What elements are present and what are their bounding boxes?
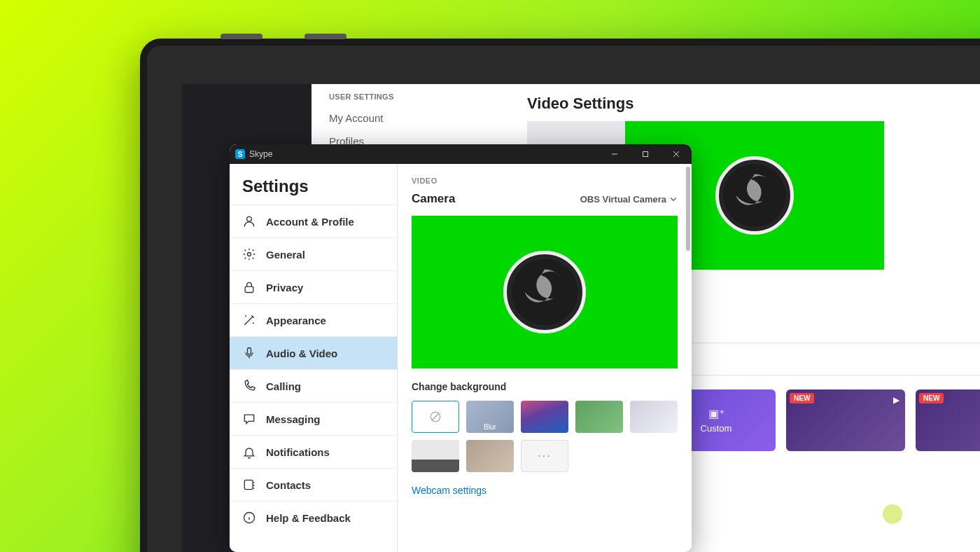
bg-option-more[interactable]: ···: [521, 440, 568, 472]
sidebar-item-label: Account & Profile: [266, 216, 354, 228]
tablet-notch: [220, 34, 346, 39]
none-icon: [429, 410, 442, 423]
chevron-down-icon: [669, 195, 678, 203]
watermark-logo: [868, 479, 966, 545]
new-badge: NEW: [790, 393, 814, 403]
camera-dropdown-value: OBS Virtual Camera: [580, 194, 666, 205]
blur-tile-label: Blur: [484, 423, 496, 431]
skype-body: Settings Account & Profile General Priva…: [230, 164, 692, 552]
skype-app-icon: S: [235, 149, 245, 159]
close-button[interactable]: [661, 144, 692, 164]
svg-rect-1: [643, 152, 648, 157]
lock-icon: [242, 280, 256, 294]
sidebar-item-notifications[interactable]: Notifications: [230, 435, 397, 468]
custom-icon: ▣⁺: [708, 407, 724, 420]
svg-rect-6: [244, 480, 253, 489]
skype-settings-content: VIDEO Camera OBS Virtual Camera Change b…: [398, 164, 692, 552]
settings-heading: Settings: [230, 164, 397, 205]
sidebar-item-label: Notifications: [266, 446, 330, 458]
maximize-button[interactable]: [630, 144, 661, 164]
chat-icon: [242, 412, 256, 426]
new-badge: NEW: [919, 393, 944, 403]
play-icon: ▶: [893, 395, 899, 405]
info-icon: [242, 511, 256, 525]
sidebar-item-help-feedback[interactable]: Help & Feedback: [230, 501, 397, 534]
bell-icon: [242, 445, 256, 459]
skype-camera-preview: [412, 216, 678, 368]
gear-icon: [242, 247, 256, 261]
sidebar-item-messaging[interactable]: Messaging: [230, 402, 397, 435]
contacts-icon: [242, 478, 256, 492]
svg-rect-12: [917, 492, 938, 537]
wand-icon: [242, 313, 256, 327]
bg-option-image-1[interactable]: [521, 401, 568, 433]
svg-rect-13: [939, 514, 963, 537]
sidebar-item-general[interactable]: General: [230, 237, 397, 270]
sidebar-item-audio-video[interactable]: Audio & Video: [230, 336, 397, 369]
sidebar-item-label: Audio & Video: [266, 347, 337, 359]
bg-option-image-5[interactable]: [466, 440, 514, 472]
sidebar-item-privacy[interactable]: Privacy: [230, 270, 397, 303]
camera-heading: Camera: [412, 192, 455, 206]
scrollbar[interactable]: [686, 167, 690, 251]
bg-option-image-4[interactable]: [412, 440, 459, 472]
sidebar-item-label: Appearance: [266, 315, 326, 326]
skype-titlebar[interactable]: S Skype: [230, 144, 692, 164]
user-icon: [242, 214, 256, 228]
user-settings-section-label: USER SETTINGS: [312, 92, 506, 106]
obs-logo-icon: [715, 156, 794, 235]
more-icon: ···: [538, 450, 551, 462]
sidebar-item-appearance[interactable]: Appearance: [230, 303, 397, 336]
svg-point-2: [247, 216, 252, 221]
obs-logo-icon: [503, 251, 586, 333]
sidebar-item-account-profile[interactable]: Account & Profile: [230, 205, 397, 237]
svg-rect-5: [248, 348, 251, 354]
svg-rect-4: [245, 287, 253, 292]
microphone-icon: [242, 346, 256, 360]
svg-point-3: [248, 253, 251, 256]
svg-point-11: [883, 504, 902, 524]
bg-option-image-3[interactable]: [630, 401, 678, 433]
bg-option-none[interactable]: [412, 401, 459, 433]
custom-label: Custom: [701, 423, 732, 434]
sidebar-item-label: Privacy: [266, 282, 303, 294]
bg-option-blur[interactable]: Blur: [466, 401, 514, 433]
skype-settings-sidebar: Settings Account & Profile General Priva…: [230, 164, 398, 552]
skype-settings-window: S Skype Settings Account & Profile Gener…: [230, 144, 692, 552]
bg-tile-scene-1[interactable]: NEW ▶: [786, 389, 905, 451]
camera-row: Camera OBS Virtual Camera: [412, 192, 678, 206]
webcam-settings-link[interactable]: Webcam settings: [412, 485, 678, 496]
phone-icon: [242, 379, 256, 393]
minimize-button[interactable]: [599, 144, 630, 164]
bg-option-image-2[interactable]: [575, 401, 623, 433]
sidebar-item-label: Calling: [266, 380, 301, 392]
skype-bg-grid: Blur ···: [412, 401, 678, 472]
change-background-label: Change background: [412, 381, 678, 392]
sidebar-item-my-account[interactable]: My Account: [312, 106, 506, 130]
camera-dropdown[interactable]: OBS Virtual Camera: [580, 194, 678, 205]
page-title: Video Settings: [527, 95, 980, 113]
sidebar-item-label: Help & Feedback: [266, 512, 351, 524]
skype-app-name: Skype: [249, 149, 272, 159]
video-section-eyebrow: VIDEO: [412, 177, 678, 185]
sidebar-item-label: General: [266, 249, 305, 261]
bg-tile-scene-2[interactable]: NEW ▶: [916, 389, 980, 451]
sidebar-item-label: Messaging: [266, 413, 321, 425]
sidebar-item-calling[interactable]: Calling: [230, 369, 397, 402]
sidebar-item-label: Contacts: [266, 479, 311, 491]
sidebar-item-contacts[interactable]: Contacts: [230, 468, 397, 501]
